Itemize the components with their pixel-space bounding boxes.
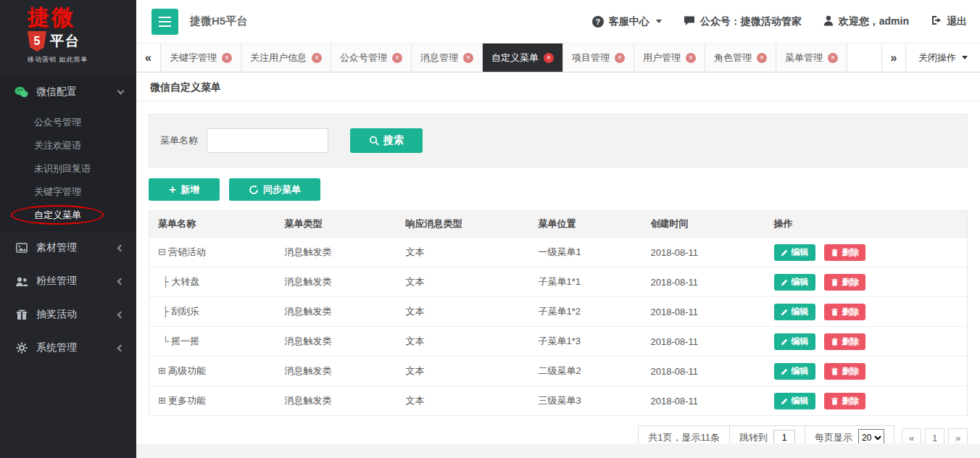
chevron-left-icon [117, 244, 125, 251]
sync-button-label: 同步菜单 [263, 183, 301, 196]
menu-name-input[interactable] [207, 128, 328, 153]
trash-icon [831, 367, 839, 375]
page-size-select[interactable]: 20 [858, 429, 884, 444]
tree-node-icon[interactable]: ⊞ [158, 365, 166, 376]
tree-node-icon[interactable]: ├ [162, 306, 169, 317]
delete-button[interactable]: 删除 [824, 393, 865, 409]
edit-button[interactable]: 编辑 [774, 274, 815, 291]
tab-item[interactable]: 消息管理 × [412, 43, 483, 72]
delete-button[interactable]: 删除 [824, 244, 865, 261]
page-jump-input[interactable] [773, 430, 795, 444]
delete-button[interactable]: 删除 [824, 304, 865, 320]
pagination-jump: 跳转到 [729, 425, 805, 444]
table-row: ⊞更多功能 消息触发类 文本 三级菜单3 2018-08-11 编辑 删除 [149, 386, 968, 416]
sidebar-item-fans-management[interactable]: 粉丝管理 [0, 265, 136, 298]
msg-type-cell: 文本 [397, 357, 530, 386]
table-row: └摇一摇 消息触发类 文本 子菜单1*3 2018-08-11 编辑 删除 [149, 327, 968, 357]
tab-close-icon[interactable]: × [312, 53, 322, 63]
tab-item[interactable]: 自定义菜单 × [483, 43, 563, 72]
submenu-label: 自定义菜单 [34, 209, 81, 220]
tab-item[interactable]: 用户管理 × [634, 43, 705, 72]
edit-button[interactable]: 编辑 [774, 333, 815, 350]
delete-button[interactable]: 删除 [824, 333, 865, 350]
sidebar-item-custom-menu[interactable]: 自定义菜单 [0, 204, 136, 227]
hamburger-menu-button[interactable] [151, 9, 178, 35]
trash-icon [831, 397, 839, 405]
menu-name-cell: ⊞更多功能 [149, 386, 276, 416]
menu-name-cell: └摇一摇 [149, 327, 276, 357]
tab-close-icon[interactable]: × [222, 53, 232, 63]
welcome-label: 欢迎您，admin [839, 15, 909, 28]
created-time-cell: 2018-08-11 [642, 297, 765, 327]
html5-shield-logo: 5 [28, 31, 46, 51]
edit-button-label: 编辑 [792, 246, 809, 259]
menu-name-text: 刮刮乐 [171, 306, 199, 317]
help-center-dropdown[interactable]: ? 客服中心 [592, 15, 662, 28]
sidebar-item-wechat-config[interactable]: 微信配置 [0, 75, 136, 109]
sidebar-item-label: 素材管理 [36, 241, 110, 254]
tab-item[interactable]: 关注用户信息 × [241, 43, 331, 72]
delete-button[interactable]: 删除 [824, 363, 865, 380]
sidebar-item-system-management[interactable]: 系统管理 [0, 331, 136, 365]
delete-button[interactable]: 删除 [824, 274, 865, 291]
sync-icon [249, 185, 259, 195]
tab-close-icon[interactable]: × [686, 53, 696, 63]
menu-name-cell: ⊞高级功能 [149, 357, 276, 386]
tabs-scroll-left-button[interactable]: « [136, 43, 161, 72]
close-operations-dropdown[interactable]: 关闭操作 [906, 43, 980, 72]
edit-button[interactable]: 编辑 [774, 393, 815, 409]
tab-item[interactable]: 关键字管理 × [161, 43, 241, 72]
official-account-info: 公众号：捷微活动管家 [684, 15, 802, 28]
tab-item[interactable]: 项目管理 × [563, 43, 634, 72]
tree-node-icon[interactable]: ⊞ [158, 395, 166, 406]
next-page-button[interactable]: » [948, 428, 968, 444]
tab-close-icon[interactable]: × [392, 53, 402, 63]
prev-page-button[interactable]: « [902, 428, 921, 444]
tabs-scroll-right-button[interactable]: » [881, 43, 906, 72]
tree-node-icon[interactable]: ⊟ [158, 246, 166, 257]
menu-name-cell: ├大转盘 [149, 267, 276, 297]
pencil-icon [781, 249, 789, 257]
sidebar-item-material-management[interactable]: 素材管理 [0, 231, 136, 265]
sidebar-item-label: 抽奖活动 [36, 308, 110, 321]
tab-item[interactable]: 菜单管理 × [776, 43, 847, 72]
tree-node-icon[interactable]: └ [162, 336, 169, 346]
sidebar-item-official-account-management[interactable]: 公众号管理 [0, 111, 136, 134]
delete-button-label: 删除 [842, 336, 859, 348]
trash-icon [831, 308, 839, 316]
tree-node-icon[interactable]: ├ [162, 276, 169, 287]
logout-button[interactable]: 退出 [931, 15, 967, 28]
pencil-icon [781, 338, 789, 346]
content-panel: 菜单名称 搜索 + 新增 同步菜单 [136, 101, 980, 444]
menu-position-cell: 二级菜单2 [530, 357, 642, 386]
tab-close-icon[interactable]: × [615, 53, 625, 63]
sidebar-nav: 微信配置 公众号管理 关注欢迎语 未识别回复语 关键字管理 自定义菜单 素材管理 [0, 75, 136, 365]
edit-button[interactable]: 编辑 [774, 304, 815, 320]
search-button[interactable]: 搜索 [350, 128, 423, 153]
tab-close-icon[interactable]: × [544, 53, 554, 63]
page-number-button[interactable]: 1 [925, 428, 944, 444]
app-window: 捷微 5 平台 移动营销 如此简单 微信配置 公众号管理 关注欢迎语 未识别回复… [0, 0, 980, 458]
edit-button[interactable]: 编辑 [774, 244, 815, 261]
menu-type-cell: 消息触发类 [276, 267, 397, 297]
edit-button[interactable]: 编辑 [774, 363, 815, 380]
sync-menu-button[interactable]: 同步菜单 [229, 178, 320, 201]
tab-close-icon[interactable]: × [828, 53, 838, 63]
operation-cell: 编辑 删除 [765, 238, 968, 267]
sidebar-item-follow-welcome-message[interactable]: 关注欢迎语 [0, 134, 136, 157]
sidebar-item-unrecognized-reply[interactable]: 未识别回复语 [0, 157, 136, 180]
tab-close-icon[interactable]: × [757, 53, 767, 63]
fans-icon [14, 276, 28, 287]
tab-item[interactable]: 公众号管理 × [331, 43, 412, 72]
menu-table: 菜单名称 菜单类型 响应消息类型 菜单位置 创建时间 操作 ⊟营销活动 消息触发… [149, 210, 968, 416]
sidebar-item-keyword-management[interactable]: 关键字管理 [0, 180, 136, 204]
tab-close-icon[interactable]: × [463, 53, 473, 63]
tab-label: 菜单管理 [785, 51, 823, 64]
tab-list: 关键字管理 × 关注用户信息 × 公众号管理 × 消息管理 × 自定义菜单 × … [161, 43, 881, 72]
tab-item[interactable]: 角色管理 × [705, 43, 776, 72]
table-row: ⊟营销活动 消息触发类 文本 一级菜单1 2018-08-11 编辑 删除 [149, 238, 968, 267]
welcome-user: 欢迎您，admin [823, 15, 909, 28]
add-button[interactable]: + 新增 [149, 178, 220, 201]
pencil-icon [781, 397, 789, 405]
sidebar-item-lottery-activity[interactable]: 抽奖活动 [0, 298, 136, 331]
